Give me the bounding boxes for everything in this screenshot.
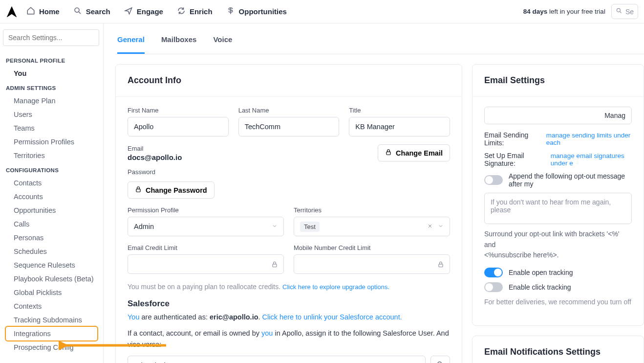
first-name-label: First Name bbox=[128, 107, 229, 114]
open-tracking-label: Enable open tracking bbox=[509, 269, 573, 276]
search-icon bbox=[73, 6, 82, 17]
click-tracking-label: Enable click tracking bbox=[509, 283, 571, 291]
sidebar-heading-personal: PERSONAL PROFILE bbox=[6, 53, 97, 67]
open-tracking-toggle[interactable] bbox=[484, 268, 503, 277]
sidebar-item-territories[interactable]: Territories bbox=[6, 149, 97, 162]
nav-home-label: Home bbox=[39, 7, 60, 16]
sf-unlink-link[interactable]: Click here to unlink your Salesforce acc… bbox=[262, 313, 402, 321]
tab-voice[interactable]: Voice bbox=[213, 23, 232, 54]
global-search-placeholder: Se bbox=[625, 8, 634, 16]
sidebar-item-integrations[interactable]: Integrations bbox=[6, 327, 97, 340]
sidebar-item-personas[interactable]: Personas bbox=[6, 231, 97, 245]
sidebar-item-prospecting-config[interactable]: Prospecting Config bbox=[6, 340, 97, 354]
home-icon bbox=[26, 6, 35, 17]
sidebar-heading-admin: ADMIN SETTINGS bbox=[6, 80, 97, 94]
last-name-input[interactable] bbox=[238, 117, 340, 136]
account-info-card: Account Info First Name Last Name Title bbox=[115, 64, 462, 363]
mobile-credit-limit-input bbox=[294, 254, 450, 274]
sidebar-item-contacts[interactable]: Contacts bbox=[6, 176, 97, 190]
change-password-button[interactable]: Change Password bbox=[128, 182, 215, 199]
tab-general[interactable]: General bbox=[117, 23, 145, 54]
sf-user-value: Eric Zrinsky bbox=[134, 362, 171, 363]
content-area: General Mailboxes Voice Account Info Fir… bbox=[104, 23, 644, 363]
first-name-input[interactable] bbox=[128, 117, 229, 136]
search-icon bbox=[436, 361, 444, 363]
sidebar-item-tracking-subdomains[interactable]: Tracking Subdomains bbox=[6, 313, 97, 327]
sf-auth-line: You are authenticated as: eric@apollo.io… bbox=[128, 312, 450, 323]
sf-user-select[interactable]: Eric Zrinsky bbox=[128, 356, 426, 363]
territory-chip: Test bbox=[300, 222, 320, 232]
settings-sidebar: PERSONAL PROFILE You ADMIN SETTINGS Mana… bbox=[0, 23, 104, 363]
right-column: Email Settings Manag Email Sending Limit… bbox=[472, 64, 644, 363]
nav-search[interactable]: Search bbox=[73, 6, 110, 17]
territories-label: Territories bbox=[294, 206, 450, 214]
mobile-credit-limit-label: Mobile Number Credit Limit bbox=[294, 244, 450, 251]
manage-input-text: Manag bbox=[604, 112, 625, 119]
settings-tabs: General Mailboxes Voice bbox=[115, 23, 644, 54]
sidebar-item-schedules[interactable]: Schedules bbox=[6, 245, 97, 258]
sending-limits-link[interactable]: manage sending limits under each bbox=[546, 132, 632, 146]
lock-icon bbox=[437, 261, 444, 269]
main-layout: PERSONAL PROFILE You ADMIN SETTINGS Mana… bbox=[0, 23, 644, 363]
credits-help: You must be on a paying plan to realloca… bbox=[128, 282, 450, 292]
upgrade-link[interactable]: Click here to explore upgrade options. bbox=[282, 283, 389, 291]
send-icon bbox=[124, 6, 133, 17]
tab-mailboxes[interactable]: Mailboxes bbox=[161, 23, 197, 54]
refresh-icon bbox=[177, 6, 186, 17]
sidebar-item-manage-plan[interactable]: Manage Plan bbox=[6, 94, 97, 108]
change-email-button[interactable]: Change Email bbox=[378, 144, 450, 161]
optout-toggle[interactable] bbox=[484, 175, 503, 185]
settings-search-input[interactable] bbox=[3, 29, 99, 46]
nav-opportunities[interactable]: Opportunities bbox=[226, 6, 287, 17]
sidebar-item-playbook-rulesets[interactable]: Playbook Rulesets (Beta) bbox=[6, 272, 97, 286]
close-icon[interactable] bbox=[427, 223, 433, 230]
sidebar-item-calls[interactable]: Calls bbox=[6, 217, 97, 231]
nav-engage[interactable]: Engage bbox=[124, 6, 163, 17]
settings-search-wrap bbox=[3, 29, 99, 46]
sf-assign-line: If a contact, account, or email is owned… bbox=[128, 328, 450, 350]
sidebar-item-teams[interactable]: Teams bbox=[6, 121, 97, 135]
password-label: Password bbox=[128, 168, 450, 176]
nav-enrich[interactable]: Enrich bbox=[177, 6, 213, 17]
email-label: Email bbox=[128, 145, 182, 152]
sidebar-item-sequence-rulesets[interactable]: Sequence Rulesets bbox=[6, 258, 97, 272]
svg-rect-3 bbox=[136, 189, 140, 192]
sf-you-link[interactable]: You bbox=[128, 313, 139, 321]
brackets-note: Surround your opt-out link with brackets… bbox=[484, 229, 632, 261]
sidebar-item-you[interactable]: You bbox=[6, 67, 97, 80]
email-value: docs@apollo.io bbox=[128, 153, 182, 161]
apollo-logo bbox=[6, 6, 18, 18]
permission-profile-select[interactable]: Admin bbox=[128, 217, 284, 236]
sidebar-item-users[interactable]: Users bbox=[6, 108, 97, 121]
sidebar-item-accounts[interactable]: Accounts bbox=[6, 190, 97, 204]
email-notifications-title: Email Notifications Settings bbox=[484, 347, 632, 357]
sidebar-item-opportunities-cfg[interactable]: Opportunities bbox=[6, 204, 97, 217]
sending-limits-label: Email Sending Limits: bbox=[484, 131, 540, 147]
sf-assign-you-link[interactable]: you bbox=[261, 329, 273, 337]
sf-user-search-button[interactable] bbox=[430, 356, 450, 363]
chevron-down-icon bbox=[272, 223, 278, 230]
top-nav: Home Search Engage Enrich Opportunities … bbox=[0, 0, 644, 23]
sidebar-heading-config: CONFIGURATIONS bbox=[6, 162, 97, 176]
sidebar-item-contexts[interactable]: Contexts bbox=[6, 299, 97, 313]
change-password-label: Change Password bbox=[146, 186, 207, 194]
sidebar-item-permission-profiles[interactable]: Permission Profiles bbox=[6, 135, 97, 149]
sidebar-item-global-picklists[interactable]: Global Picklists bbox=[6, 286, 97, 299]
nav-search-label: Search bbox=[86, 7, 110, 16]
email-credit-limit-input bbox=[128, 254, 284, 274]
lock-icon bbox=[271, 261, 278, 269]
nav-home[interactable]: Home bbox=[26, 6, 60, 17]
territories-select[interactable]: Test bbox=[294, 217, 450, 236]
title-label: Title bbox=[349, 107, 450, 114]
search-icon bbox=[616, 7, 623, 16]
email-settings-manage-input[interactable]: Manag bbox=[484, 107, 632, 124]
email-notifications-card: Email Notifications Settings Data Reques… bbox=[472, 336, 644, 363]
delivery-note: For better deliveries, we recommend you … bbox=[484, 297, 632, 308]
click-tracking-toggle[interactable] bbox=[484, 282, 503, 292]
email-settings-card: Email Settings Manag Email Sending Limit… bbox=[472, 64, 644, 326]
signature-link[interactable]: manage email signatures under e bbox=[551, 152, 632, 167]
optout-textarea[interactable]: If you don't want to hear from me again,… bbox=[484, 193, 632, 224]
title-input[interactable] bbox=[349, 117, 450, 136]
global-search[interactable]: Se bbox=[611, 4, 638, 19]
nav-opportunities-label: Opportunities bbox=[239, 7, 287, 16]
